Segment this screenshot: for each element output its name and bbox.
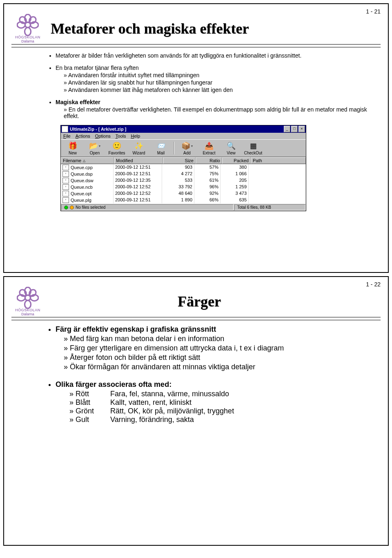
- toolbar: 🎁New📂Open🙂Favorites✨Wizard📨Mail📦Add📤Extr…: [61, 139, 306, 157]
- menu-file[interactable]: File: [63, 134, 71, 138]
- menu-options[interactable]: Options: [95, 134, 111, 138]
- tool-add[interactable]: 📦Add: [176, 141, 198, 155]
- titlebar[interactable]: UltimateZip - [ Arkivet.zip ] _ □ ×: [61, 125, 306, 133]
- tool-checkout[interactable]: ▦CheckOut: [242, 141, 264, 155]
- color-row: Blått Kallt, vatten, rent, kliniskt: [69, 398, 234, 407]
- menu-actions[interactable]: Actions: [76, 134, 90, 138]
- color-table: Rött Fara, fel, stanna, värme, minussald…: [69, 390, 234, 424]
- tool-new[interactable]: 🎁New: [62, 141, 84, 155]
- slide-number: 1 - 21: [366, 8, 381, 15]
- sub-bullet: Användaren lär sig snabbt hur hur tilläm…: [64, 79, 376, 86]
- col-ratio[interactable]: Ratio: [196, 157, 222, 164]
- menu-help[interactable]: Help: [131, 134, 140, 138]
- bullet-text: Magiska effekter: [56, 99, 100, 105]
- new-icon: 🎁: [67, 141, 78, 151]
- tool-label: Wizard: [132, 151, 145, 155]
- bullet: Magiska effekter En del metaforer övertr…: [56, 99, 376, 119]
- tool-favorites[interactable]: 🙂Favorites: [106, 141, 128, 155]
- status-right: Total 6 files, 88 KB: [234, 204, 305, 210]
- sub-bullet: Användaren kommer lätt ihåg metaforen oc…: [64, 87, 376, 93]
- maximize-button[interactable]: □: [291, 126, 298, 132]
- table-row[interactable]: ▫Queue.ncb2000-09-12 12:5233 79296%1 259: [61, 184, 306, 190]
- tool-wizard[interactable]: ✨Wizard: [128, 141, 150, 155]
- color-desc: Fara, fel, stanna, värme, minussaldo: [110, 390, 234, 398]
- bullet-text: Olika färger associeras ofta med:: [56, 380, 172, 388]
- close-button[interactable]: ×: [298, 126, 305, 132]
- bullet: En bra metafor tjänar flera syften Använ…: [56, 65, 376, 93]
- favorites-icon: 🙂: [111, 141, 122, 151]
- bullet: Metaforer är bilder från verkligheten so…: [56, 52, 376, 59]
- minimize-button[interactable]: _: [284, 126, 290, 132]
- tool-open[interactable]: 📂Open: [84, 141, 106, 155]
- color-row: Rött Fara, fel, stanna, värme, minussald…: [69, 390, 234, 398]
- slide-content: Färg är effektiv egenskap i grafiska grä…: [11, 325, 381, 424]
- table-row[interactable]: ▫Queue.dsw2000-09-12 12:3553361%205: [61, 177, 306, 184]
- tool-extract[interactable]: 📤Extract: [198, 141, 220, 155]
- titlebar-text: UltimateZip - [ Arkivet.zip ]: [70, 127, 284, 132]
- statusbar: No files selected Total 6 files, 88 KB: [61, 203, 306, 211]
- app-window: UltimateZip - [ Arkivet.zip ] _ □ × File…: [60, 125, 306, 211]
- col-path[interactable]: Path: [251, 157, 306, 164]
- slide-content: Metaforer är bilder från verkligheten so…: [11, 52, 381, 211]
- bullet-text: En bra metafor tjänar flera syften: [56, 65, 139, 71]
- sub-bullet: Ökar förmågan för användaren att minnas …: [64, 363, 376, 371]
- file-icon: ▫: [62, 165, 69, 170]
- divider: [11, 317, 381, 320]
- color-row: Grönt Rätt, OK, kör på, miljövänligt, tr…: [69, 407, 234, 415]
- sub-bullet: En del metaforer överträffar verklighete…: [64, 106, 376, 119]
- bullet: Olika färger associeras ofta med: Rött F…: [56, 380, 376, 424]
- led-orange-icon: [70, 205, 74, 210]
- logo-text-2: Dalarna: [21, 312, 34, 316]
- table-row[interactable]: ▫Queue.plg2000-09-12 12:511 89066%635: [61, 197, 306, 203]
- open-icon: 📂: [89, 141, 100, 151]
- color-name: Rött: [69, 390, 110, 398]
- view-icon: 🔍: [225, 141, 237, 151]
- tool-label: New: [69, 151, 77, 155]
- table-row[interactable]: ▫Queue.dsp2000-09-12 12:514 27275%1 066: [61, 171, 306, 177]
- tool-view[interactable]: 🔍View: [220, 141, 242, 155]
- slide-title: Färger: [48, 293, 381, 310]
- table-row[interactable]: ▫Queue.opt2000-09-12 12:5248 64092%3 473: [61, 190, 306, 197]
- led-green-icon: [64, 205, 68, 210]
- col-filename[interactable]: Filename △: [61, 157, 114, 164]
- sub-bullet: Återger foton och bilder på ett riktigt …: [64, 353, 376, 362]
- logo-text-1: HÖGSKOLAN: [15, 308, 40, 312]
- status-left: No files selected: [61, 204, 234, 210]
- file-icon: ▫: [62, 178, 69, 183]
- mail-icon: 📨: [155, 141, 167, 151]
- sub-bullet: Med färg kan man betona delar i en infor…: [64, 335, 376, 343]
- col-modified[interactable]: Modified: [114, 157, 163, 164]
- grid-header: Filename △ Modified Size Ratio Packed Pa…: [61, 157, 306, 164]
- extract-icon: 📤: [203, 141, 215, 151]
- logo: HÖGSKOLAN Dalarna: [11, 14, 44, 43]
- col-packed[interactable]: Packed: [222, 157, 251, 164]
- color-name: Grönt: [69, 407, 110, 415]
- menu-tools[interactable]: Tools: [116, 134, 126, 138]
- file-icon: ▫: [62, 184, 69, 190]
- file-icon: ▫: [62, 197, 69, 203]
- col-size[interactable]: Size: [163, 157, 196, 164]
- tool-label: Mail: [157, 151, 165, 155]
- slide-header: HÖGSKOLAN Dalarna Metaforer och magiska …: [11, 14, 381, 43]
- slide-header: HÖGSKOLAN Dalarna Färger: [11, 287, 381, 316]
- logo-text-1: HÖGSKOLAN: [15, 35, 40, 39]
- tool-mail[interactable]: 📨Mail: [150, 141, 172, 155]
- file-icon: ▫: [62, 191, 69, 196]
- table-row[interactable]: ▫Queue.cpp2000-09-12 12:5190357%380: [61, 164, 306, 171]
- tool-label: CheckOut: [244, 151, 262, 155]
- slide-1: 1 - 21 HÖGSKOLAN Dalarna Metaforer och m…: [3, 3, 389, 273]
- sub-bullet: Användaren förstår intuitivt syftet med …: [64, 72, 376, 78]
- add-icon: 📦: [181, 141, 193, 151]
- tool-label: Favorites: [108, 151, 125, 155]
- color-row: Gult Varning, förändring, sakta: [69, 415, 234, 424]
- tool-label: Open: [90, 151, 100, 155]
- svg-point-0: [25, 22, 31, 28]
- logo-text-2: Dalarna: [21, 39, 34, 43]
- slide-title: Metaforer och magiska effekter: [48, 20, 381, 37]
- color-desc: Kallt, vatten, rent, kliniskt: [110, 398, 234, 407]
- wizard-icon: ✨: [133, 141, 145, 151]
- tool-label: View: [227, 151, 236, 155]
- bullet-text: Färg är effektiv egenskap i grafiska grä…: [56, 325, 216, 333]
- svg-point-7: [25, 295, 31, 301]
- checkout-icon: ▦: [247, 141, 259, 151]
